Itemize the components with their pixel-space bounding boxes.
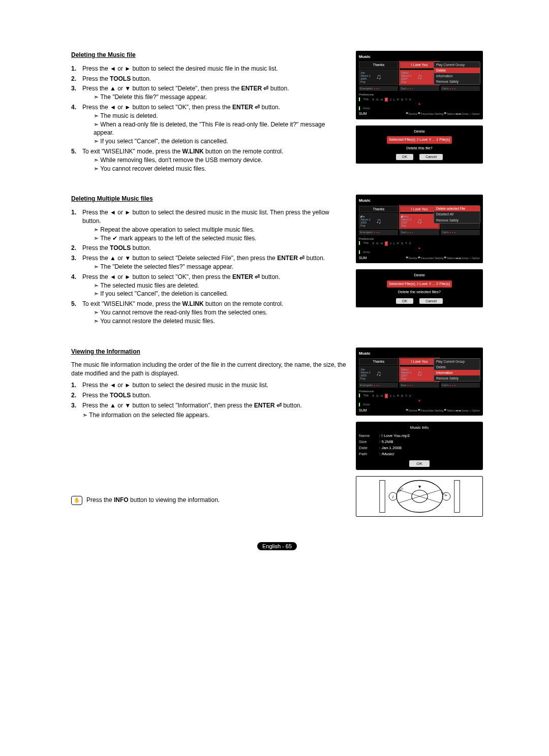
note: The information on the selected file app… — [71, 411, 347, 420]
note: Repeat the above operation to select mul… — [82, 226, 347, 234]
delete-dialog-multi: Delete Selected File(s) :I Love Y… 2 Fil… — [356, 269, 483, 307]
context-menu[interactable]: Delete selected File Deselect All Remove… — [434, 205, 480, 223]
step: Press the TOOLS button. — [71, 75, 347, 83]
step: Press the TOOLS button. — [71, 244, 347, 253]
delete-dialog-single: Delete Selected File(s) :I Love Y… 1 Fil… — [356, 125, 483, 164]
note: The selected music files are deleted. — [82, 281, 347, 290]
tip-icon: ✋ — [71, 496, 82, 505]
ok-button[interactable]: OK — [409, 460, 430, 467]
ok-button[interactable]: OK — [396, 298, 413, 304]
svg-rect-9 — [379, 481, 385, 513]
music-screen-delete: Music Thanks JoeAlbum 12005Pop♫ I Love Y… — [356, 51, 483, 119]
step: Press the ◄ or ► button to select the de… — [71, 208, 347, 242]
cancel-button[interactable]: Cancel — [419, 154, 443, 160]
music-screen-multi: Music Thanks ✔JoeAlbum 12005Pop♫ I Love … — [356, 195, 483, 263]
step: To exit "WISELINK" mode, press the W.LIN… — [71, 147, 347, 173]
note: The ✔ mark appears to the left of the se… — [82, 234, 347, 243]
note: If you select "Cancel", the deletion is … — [82, 290, 347, 298]
step: To exit "WISELINK" mode, press the W.LIN… — [71, 300, 347, 325]
note: You cannot restore the deleted music fil… — [82, 317, 347, 326]
step: Press the TOOLS button. — [71, 391, 347, 400]
note: While removing files, don't remove the U… — [82, 156, 347, 165]
note: The "Delete the selected files?" message… — [82, 263, 347, 271]
remote-note: Press the INFO button to viewing the inf… — [86, 496, 220, 505]
note: The "Delete this file?" message appear. — [82, 93, 347, 102]
view-info-heading: Viewing the Information — [71, 348, 347, 356]
svg-text:▼: ▼ — [417, 485, 422, 490]
note: When a read-only file is deleted, the "T… — [82, 120, 347, 138]
cancel-button[interactable]: Cancel — [419, 298, 443, 304]
step: Press the ▲ or ▼ button to select "Delet… — [71, 84, 347, 102]
music-note-icon: ♫ — [417, 72, 422, 82]
svg-text:i: i — [392, 494, 393, 500]
step: Press the ◄ or ► button to select the de… — [71, 381, 347, 390]
step: Press the ◄ or ► button to select "OK", … — [71, 273, 347, 298]
note: If you select "Cancel", the deletion is … — [82, 137, 347, 146]
step: Press the ▲ or ▼ button to select "Infor… — [71, 401, 347, 410]
context-menu[interactable]: Play Current Group Delete Information Re… — [434, 358, 480, 382]
remote-diagram: ▼ i INFO ↩ EXIT — [356, 476, 483, 517]
intro: The music file information including the… — [71, 361, 347, 378]
music-screen-info: Music Thanks JoeAlbum 12005Pop♫ I Love Y… — [356, 348, 483, 416]
page-footer: English - 65 — [71, 542, 483, 551]
step: Press the ◄ or ► button to select "OK", … — [71, 103, 347, 146]
note: You cannot remove the read-only files fr… — [82, 308, 347, 317]
note: The music is deleted. — [82, 112, 347, 120]
music-note-icon: ♫ — [376, 72, 381, 82]
del-multi-heading: Deleting Multiple Music files — [71, 195, 347, 203]
del-music-heading: Deleting the Music file — [71, 51, 347, 59]
step: Press the ◄ or ► button to select the de… — [71, 65, 347, 73]
music-info-box: Music Info Name: I Love You.mp3 Size: 5.… — [356, 422, 483, 470]
step: Press the ▲ or ▼ button to select "Delet… — [71, 254, 347, 271]
context-menu[interactable]: Play Current Group Delete Information Re… — [434, 61, 480, 85]
svg-rect-10 — [454, 481, 460, 513]
svg-text:INFO: INFO — [397, 487, 404, 494]
note: You cannot recover deleted music files. — [82, 165, 347, 173]
ok-button[interactable]: OK — [396, 154, 413, 160]
